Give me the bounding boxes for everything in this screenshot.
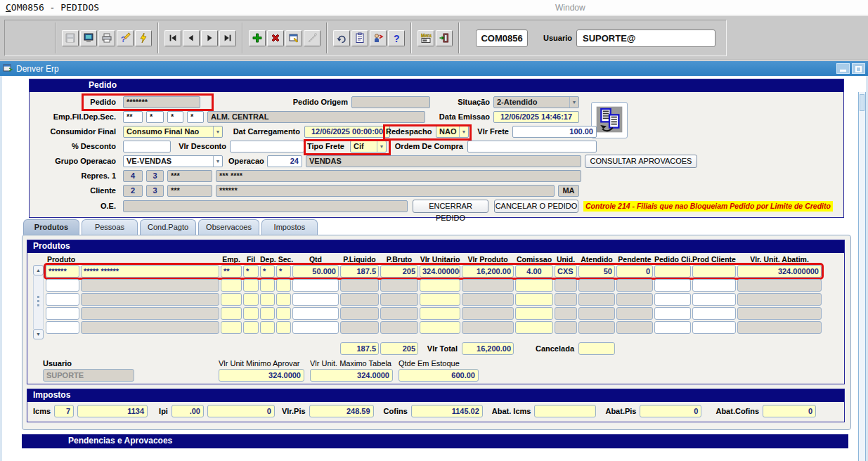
empty-cell[interactable] [462, 321, 514, 334]
scroll-up-button[interactable]: ▲ [33, 265, 44, 275]
empty-cell[interactable] [380, 293, 418, 306]
enter-query-button[interactable] [285, 30, 302, 46]
abat-icms-field[interactable] [534, 405, 596, 417]
empty-cell[interactable] [276, 293, 291, 306]
maximize-button[interactable] [852, 63, 865, 74]
empty-cell[interactable] [555, 293, 577, 306]
cofins-field[interactable]: 1145.02 [411, 405, 483, 417]
empty-cell[interactable] [380, 321, 418, 334]
data-emissao-field[interactable]: 12/06/2025 14:46:17 [493, 111, 579, 123]
delete-record-button[interactable] [267, 30, 284, 46]
cliente-uf-field[interactable]: MA [558, 185, 579, 197]
empty-cell[interactable] [221, 279, 242, 292]
scroll-track[interactable] [33, 275, 44, 329]
empty-cell[interactable] [555, 307, 577, 320]
empty-cell[interactable] [616, 321, 653, 334]
sec-field[interactable]: * [187, 111, 204, 123]
empty-cell[interactable] [81, 321, 219, 334]
empty-cell[interactable] [515, 307, 553, 320]
cell-dep[interactable]: * [260, 265, 275, 278]
abat-cofins-field[interactable]: 0 [763, 405, 816, 417]
scrollbar-thumb[interactable] [860, 94, 864, 111]
empty-cell[interactable] [243, 307, 259, 320]
cell-vlr-produto[interactable]: 16,200.00 [462, 265, 514, 278]
cell-vlr-unitario[interactable]: 324.000000 [420, 265, 460, 278]
next-record-button[interactable] [201, 30, 218, 46]
scroll-down-button[interactable]: ▼ [33, 329, 44, 339]
empty-cell[interactable] [462, 279, 514, 292]
empty-cell[interactable] [692, 321, 736, 334]
empty-cell[interactable] [276, 321, 291, 334]
insert-record-button[interactable] [249, 30, 266, 46]
last-record-button[interactable] [219, 30, 236, 46]
empty-cell[interactable] [243, 279, 259, 292]
empty-cell[interactable] [243, 293, 259, 306]
cell-qtd[interactable]: 50.000 [292, 265, 339, 278]
cell-p-liquido[interactable]: 187.5 [340, 265, 379, 278]
previous-record-button[interactable] [183, 30, 200, 46]
minimize-button[interactable] [836, 63, 850, 74]
empty-cell[interactable] [616, 279, 653, 292]
grupo-operacao-dropdown[interactable]: VE-VENDAS▼ [123, 155, 223, 167]
operacao-field[interactable]: 24 [267, 155, 302, 167]
empty-cell[interactable] [420, 293, 460, 306]
empty-cell[interactable] [81, 279, 219, 292]
empty-cell[interactable] [462, 307, 514, 320]
cell-pedido-cli[interactable] [654, 265, 691, 278]
repres1-cod-field[interactable]: *** [167, 170, 212, 182]
cell-fil[interactable]: * [243, 265, 259, 278]
vertical-scrollbar[interactable] [858, 92, 866, 461]
empty-cell[interactable] [737, 293, 822, 306]
tipo-frete-dropdown[interactable]: Cif▼ [350, 141, 387, 152]
cell-prod-cliente[interactable] [692, 265, 736, 278]
product-row-empty[interactable] [46, 321, 822, 334]
ipi-aliq-field[interactable]: .00 [171, 405, 204, 417]
cancelada-field[interactable] [578, 342, 615, 355]
empty-cell[interactable] [654, 279, 691, 292]
vlr-unit-maximo-field[interactable]: 324.0000 [310, 369, 393, 382]
empty-cell[interactable] [46, 307, 79, 320]
menu-window[interactable]: Window [555, 3, 585, 13]
empty-cell[interactable] [515, 293, 553, 306]
empty-cell[interactable] [292, 293, 339, 306]
empty-cell[interactable] [221, 321, 242, 334]
empty-cell[interactable] [292, 307, 339, 320]
empty-cell[interactable] [737, 279, 822, 292]
vlr-unit-minimo-field[interactable]: 324.0000 [219, 369, 304, 382]
empty-cell[interactable] [221, 307, 242, 320]
tab-cond-pagto[interactable]: Cond.Pagto [140, 219, 196, 235]
total-p-bruto-field[interactable]: 205 [380, 342, 418, 355]
pct-desconto-field[interactable] [123, 141, 171, 152]
cell-produto[interactable]: ****** [46, 265, 79, 278]
empty-cell[interactable] [555, 279, 577, 292]
tab-produtos[interactable]: Produtos [23, 219, 79, 235]
empty-cell[interactable] [420, 307, 460, 320]
product-row-empty[interactable] [46, 279, 822, 292]
empty-cell[interactable] [260, 279, 275, 292]
empty-cell[interactable] [340, 293, 379, 306]
update-record-button[interactable] [370, 30, 387, 46]
empty-cell[interactable] [737, 307, 822, 320]
clipboard-button[interactable] [351, 30, 368, 46]
consultar-aprovacoes-button[interactable]: CONSULTAR APROVACOES [585, 155, 697, 168]
vlr-frete-field[interactable]: 100.00 [512, 126, 597, 138]
empty-cell[interactable] [276, 279, 291, 292]
empty-cell[interactable] [380, 307, 418, 320]
empty-cell[interactable] [243, 321, 259, 334]
empty-cell[interactable] [692, 293, 736, 306]
vlr-pis-field[interactable]: 248.59 [309, 405, 374, 417]
icms-field[interactable]: 1134 [77, 405, 148, 417]
empty-cell[interactable] [555, 321, 577, 334]
empty-cell[interactable] [380, 279, 418, 292]
situacao-dropdown[interactable]: 2-Atendido▼ [493, 96, 579, 108]
program-code-field[interactable]: COM0856 [476, 30, 528, 47]
grid-scrollbar[interactable]: ▲ ▼ [33, 265, 44, 339]
undo-button[interactable] [333, 30, 350, 46]
first-record-button[interactable] [164, 30, 181, 46]
screen-button[interactable] [80, 30, 97, 46]
vlr-desconto-field[interactable] [230, 141, 304, 152]
empty-cell[interactable] [340, 307, 379, 320]
product-row-empty[interactable] [46, 293, 822, 306]
empty-cell[interactable] [515, 279, 553, 292]
qtde-estoque-field[interactable]: 600.00 [399, 369, 479, 382]
